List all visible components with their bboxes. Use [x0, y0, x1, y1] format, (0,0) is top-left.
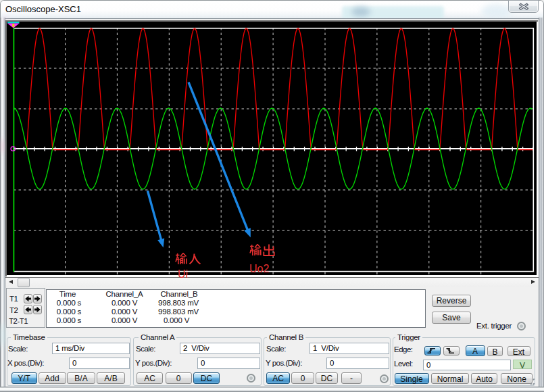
svg-text:Ui: Ui	[178, 268, 188, 278]
svg-text:Uo2: Uo2	[249, 263, 269, 274]
